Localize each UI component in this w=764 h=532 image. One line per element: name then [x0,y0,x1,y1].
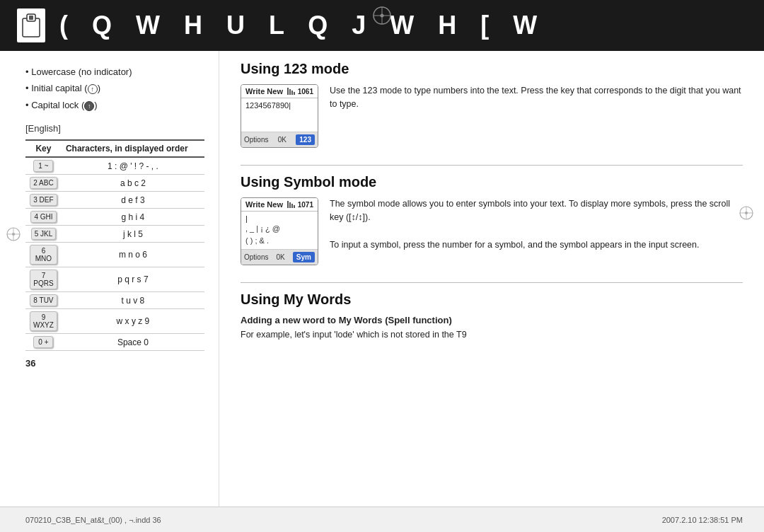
table-row: 7 PQRSp q r s 7 [25,267,204,292]
header: ( Q W H U L Q J W H [ W [0,0,764,51]
svg-rect-18 [294,205,295,208]
header-icon [17,8,45,42]
phone-footer-symbol: Options 0K Sym [241,250,318,265]
svg-point-10 [12,233,15,236]
bullet-list: Lowercase (no indicator) Initial capital… [25,64,204,113]
col-key: Key [25,140,62,157]
divider-1 [241,165,743,166]
chars-cell: p q r s 7 [62,267,204,292]
left-column: Lowercase (no indicator) Initial capital… [0,51,219,507]
phone-options-symbol: Options [244,253,268,261]
phone-write-new-123: Write New [245,87,283,96]
phone-mockup-symbol: Write New 1071 | [241,197,318,265]
bullet-item-2: Initial capital (↑) [25,80,204,96]
phone-sym-btn: Sym [293,252,315,262]
symbol-row-2: ( ) ; & . [245,235,313,247]
key-cell: 9 WXYZ [25,309,62,334]
phone-counter-symbol: 1071 [287,201,313,209]
table-row: 8 TUVt u v 8 [25,292,204,309]
divider-2 [241,282,743,283]
table-row: 6 MNOm n o 6 [25,243,204,267]
table-row: 1 ~1 : @ ' ! ? - , . [25,157,204,175]
my-words-sub-title: Adding a new word to My Words (Spell fun… [241,315,743,325]
svg-rect-17 [291,204,293,208]
key-cell: 6 MNO [25,243,62,267]
my-words-text: For example, let's input 'lode' which is… [241,328,743,342]
bullet-item-1: Lowercase (no indicator) [25,64,204,80]
section-symbol-title: Using Symbol mode [241,174,743,190]
phone-body-123: 1234567890| [241,98,318,132]
key-cell: 5 JKL [25,226,62,243]
footer-right: 2007.2.10 12:38:51 PM [662,516,743,524]
section-123-content: Write New 1061 1234567890| [241,84,743,148]
phone-footer-123: Options 0K 123 [241,132,318,147]
phone-ok-123: 0K [278,136,286,144]
table-row: 9 WXYZw x y z 9 [25,309,204,334]
phone-options-123: Options [244,136,268,144]
table-row: 3 DEFd e f 3 [25,192,204,209]
phone-ok-symbol: 0K [277,253,285,261]
chars-cell: Space 0 [62,334,204,351]
table-row: 4 GHIg h i 4 [25,209,204,226]
chars-cell: a b c 2 [62,175,204,192]
bars-icon-symbol [287,201,296,208]
footer: 070210_C3B_EN_at&t_(00) , ¬.indd 36 2007… [0,507,764,532]
chars-cell: w x y z 9 [62,309,204,334]
section-123-title: Using 123 mode [241,61,743,77]
section-my-words: Using My Words Adding a new word to My W… [241,291,743,342]
table-row: 2 ABCa b c 2 [25,175,204,192]
chars-cell: t u v 8 [62,292,204,309]
col-chars: Characters, in displayed order [62,140,204,157]
page-number: 36 [25,358,204,369]
section-123-text: Use the 123 mode to type numbers into th… [330,84,743,112]
compass-left-icon [6,226,21,242]
cursor-line: | [245,214,313,223]
language-label: [English] [25,123,204,134]
key-table: Key Characters, in displayed order 1 ~1 … [25,139,204,351]
section-my-words-title: Using My Words [241,291,743,308]
table-row: 5 JKLj k l 5 [25,226,204,243]
chars-cell: m n o 6 [62,243,204,267]
section-symbol-content: Write New 1071 | [241,197,743,265]
svg-rect-12 [289,89,291,95]
section-123-mode: Using 123 mode Write New 10 [241,61,743,148]
header-title: ( Q W H U L Q J W H [ W [59,11,545,40]
chars-cell: 1 : @ ' ! ? - , . [62,157,204,175]
key-cell: 2 ABC [25,175,62,192]
svg-rect-6 [29,16,33,20]
svg-rect-13 [291,91,293,95]
svg-point-7 [7,228,20,241]
section-symbol-text: The symbol mode allows you to enter symb… [330,197,743,253]
phone-header-symbol: Write New 1071 [241,198,318,212]
phone-counter-123: 1061 [287,88,313,96]
chars-cell: j k l 5 [62,226,204,243]
svg-rect-11 [287,88,289,95]
chars-cell: d e f 3 [62,192,204,209]
key-cell: 1 ~ [25,157,62,175]
svg-rect-14 [294,92,295,95]
key-cell: 7 PQRS [25,267,62,292]
phone-header-123: Write New 1061 [241,85,318,98]
footer-left: 070210_C3B_EN_at&t_(00) , ¬.indd 36 [25,516,161,524]
phone-123-btn: 123 [296,134,315,145]
key-cell: 8 TUV [25,292,62,309]
key-cell: 0 + [25,334,62,351]
table-row: 0 +Space 0 [25,334,204,351]
key-cell: 3 DEF [25,192,62,209]
svg-rect-16 [289,202,291,208]
svg-rect-15 [287,201,289,208]
phone-body-symbol: | , _ | ¡ ¿ @ ( ) ; & . [241,212,318,250]
phone-mockup-123: Write New 1061 1234567890| [241,84,318,148]
svg-point-22 [745,212,748,214]
bullet-item-3: Capital lock (↑) [25,97,204,113]
symbol-row-1: , _ | ¡ ¿ @ [245,223,313,235]
chars-cell: g h i 4 [62,209,204,226]
key-cell: 4 GHI [25,209,62,226]
phone-write-new-symbol: Write New [245,200,283,209]
right-column: Using 123 mode Write New 10 [219,51,764,507]
main-content: Lowercase (no indicator) Initial capital… [0,51,764,507]
bars-icon [287,88,296,95]
section-symbol-mode: Using Symbol mode Write New [241,174,743,265]
